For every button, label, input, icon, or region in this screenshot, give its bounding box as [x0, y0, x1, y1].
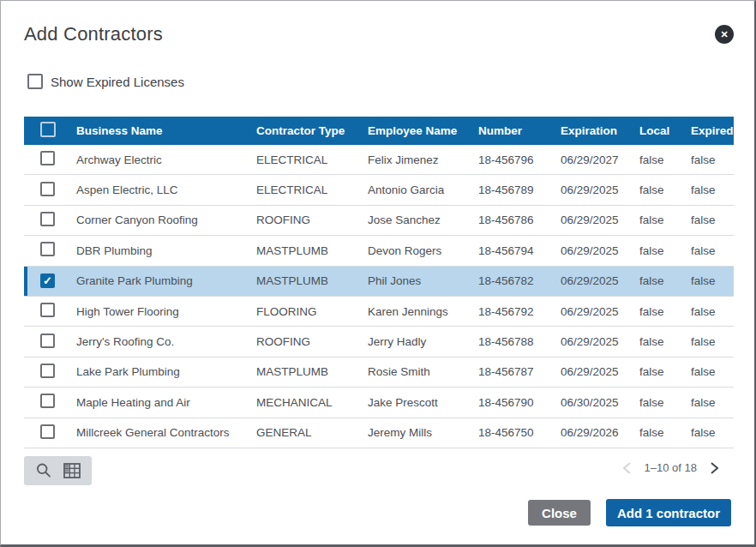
cell-expired: false [691, 426, 734, 439]
table-row[interactable]: Granite Park Plumbing MASTPLUMB Phil Jon… [24, 267, 734, 297]
cell-contractor-type: ROOFING [256, 213, 368, 226]
page-title: Add Contractors [24, 23, 163, 45]
cell-local: false [639, 426, 691, 439]
table-row[interactable]: Aspen Electric, LLC ELECTRICAL Antonio G… [24, 175, 734, 205]
table-row[interactable]: DBR Plumbing MASTPLUMB Devon Rogers 18-4… [24, 236, 734, 266]
cell-employee-name: Devon Rogers [368, 244, 478, 257]
page-range-label: 1–10 of 18 [645, 461, 697, 474]
cell-expiration: 06/29/2025 [561, 213, 639, 226]
cell-local: false [639, 274, 691, 287]
header-employee-name: Employee Name [368, 124, 478, 137]
contractors-table: Business Name Contractor Type Employee N… [24, 117, 734, 448]
show-expired-checkbox[interactable] [27, 74, 43, 89]
cell-local: false [639, 244, 691, 257]
cell-expiration: 06/29/2025 [561, 244, 639, 257]
cell-contractor-type: MECHANICAL [256, 396, 368, 409]
cell-local: false [639, 396, 691, 409]
cell-contractor-type: ROOFING [256, 335, 368, 348]
row-checkbox[interactable] [40, 274, 55, 288]
next-page-icon[interactable] [708, 462, 720, 474]
cell-expired: false [691, 396, 734, 409]
cell-expiration: 06/29/2025 [561, 305, 639, 318]
cell-employee-name: Felix Jimenez [368, 153, 478, 166]
cell-expiration: 06/29/2025 [561, 274, 639, 287]
cell-employee-name: Antonio Garcia [368, 183, 478, 196]
cell-local: false [639, 183, 691, 196]
table-row[interactable]: High Tower Flooring FLOORING Karen Jenni… [24, 297, 734, 327]
cell-expiration: 06/29/2025 [561, 335, 639, 348]
cell-number: 18-456782 [478, 274, 561, 287]
cell-contractor-type: ELECTRICAL [256, 183, 368, 196]
cell-expired: false [691, 274, 734, 287]
row-checkbox[interactable] [40, 212, 55, 226]
cell-expiration: 06/30/2025 [561, 396, 639, 409]
select-all-checkbox[interactable] [40, 122, 56, 137]
table-grid-icon[interactable] [63, 462, 81, 479]
row-checkbox[interactable] [40, 151, 55, 165]
cell-business-name: Millcreek General Contractors [76, 426, 256, 439]
grid-toolbar [24, 456, 92, 485]
table-body: Archway Electric ELECTRICAL Felix Jimene… [24, 145, 734, 448]
cell-employee-name: Jose Sanchez [368, 213, 478, 226]
pagination: 1–10 of 18 [621, 461, 720, 474]
cell-expired: false [691, 365, 734, 378]
table-header-row: Business Name Contractor Type Employee N… [24, 117, 734, 145]
cell-employee-name: Jake Prescott [368, 396, 478, 409]
close-icon[interactable]: ✕ [715, 25, 734, 44]
cell-expiration: 06/29/2025 [561, 183, 639, 196]
row-checkbox[interactable] [40, 242, 55, 256]
prev-page-icon[interactable] [621, 462, 633, 474]
cell-business-name: High Tower Flooring [76, 305, 256, 318]
cell-number: 18-456788 [478, 335, 561, 348]
row-checkbox[interactable] [40, 303, 55, 317]
cell-business-name: Corner Canyon Roofing [76, 213, 256, 226]
header-local: Local [639, 124, 691, 137]
table-row[interactable]: Archway Electric ELECTRICAL Felix Jimene… [24, 145, 734, 175]
table-row[interactable]: Corner Canyon Roofing ROOFING Jose Sanch… [24, 206, 734, 236]
cell-expiration: 06/29/2027 [561, 153, 639, 166]
cell-expired: false [691, 153, 734, 166]
show-expired-label: Show Expired Licenses [51, 75, 184, 89]
cell-number: 18-456790 [478, 396, 561, 409]
row-checkbox[interactable] [40, 182, 55, 196]
cell-local: false [639, 305, 691, 318]
header-business-name: Business Name [76, 124, 256, 137]
table-row[interactable]: Lake Park Plumbing MASTPLUMB Rosie Smith… [24, 358, 734, 388]
row-checkbox[interactable] [40, 424, 55, 439]
cell-business-name: Granite Park Plumbing [76, 274, 256, 287]
cell-expired: false [691, 244, 734, 257]
close-button[interactable]: Close [528, 500, 591, 526]
footer-actions: Close Add 1 contractor [528, 499, 731, 526]
cell-expiration: 06/29/2025 [561, 365, 639, 378]
cell-contractor-type: ELECTRICAL [256, 153, 368, 166]
cell-expired: false [691, 183, 734, 196]
cell-contractor-type: GENERAL [256, 426, 368, 439]
row-checkbox[interactable] [40, 394, 55, 408]
cell-number: 18-456750 [478, 426, 561, 439]
show-expired-filter[interactable]: Show Expired Licenses [27, 74, 184, 89]
cell-business-name: Maple Heating and Air [76, 396, 256, 409]
cell-contractor-type: MASTPLUMB [256, 365, 368, 378]
cell-employee-name: Phil Jones [368, 274, 478, 287]
cell-business-name: Aspen Electric, LLC [76, 183, 256, 196]
table-row[interactable]: Maple Heating and Air MECHANICAL Jake Pr… [24, 388, 734, 418]
row-checkbox[interactable] [40, 364, 55, 378]
cell-business-name: Jerry's Roofing Co. [76, 335, 256, 348]
cell-expired: false [691, 305, 734, 318]
cell-contractor-type: FLOORING [256, 305, 368, 318]
cell-number: 18-456786 [478, 213, 561, 226]
cell-local: false [639, 213, 691, 226]
add-contractor-button[interactable]: Add 1 contractor [606, 499, 731, 526]
search-icon[interactable] [35, 462, 52, 479]
cell-employee-name: Jerry Hadly [368, 335, 478, 348]
row-checkbox[interactable] [40, 334, 55, 348]
cell-contractor-type: MASTPLUMB [256, 274, 368, 287]
cell-expired: false [691, 335, 734, 348]
header-expired: Expired [691, 124, 734, 137]
table-row[interactable]: Jerry's Roofing Co. ROOFING Jerry Hadly … [24, 327, 734, 357]
table-row[interactable]: Millcreek General Contractors GENERAL Je… [24, 418, 734, 448]
cell-contractor-type: MASTPLUMB [256, 244, 368, 257]
cell-business-name: Archway Electric [76, 153, 256, 166]
cell-employee-name: Jeremy Mills [368, 426, 478, 439]
cell-employee-name: Rosie Smith [368, 365, 478, 378]
